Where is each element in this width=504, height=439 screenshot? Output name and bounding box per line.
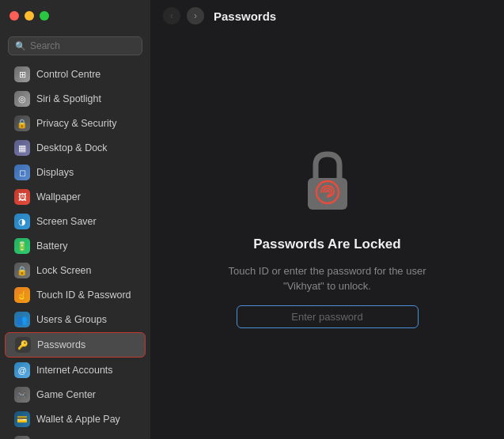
sidebar-item-privacy-security[interactable]: 🔒Privacy & Security <box>5 112 146 135</box>
main-body: Passwords Are Locked Touch ID or enter t… <box>150 32 504 439</box>
sidebar-item-control-centre[interactable]: ⊞Control Centre <box>5 62 146 86</box>
password-input[interactable] <box>237 305 419 328</box>
sidebar-item-siri-spotlight[interactable]: ◎Siri & Spotlight <box>5 87 146 111</box>
sidebar-label-wallet-apple-pay: Wallet & Apple Pay <box>36 414 120 425</box>
sidebar-item-wallet-apple-pay[interactable]: 💳Wallet & Apple Pay <box>5 407 146 431</box>
sidebar-label-wallpaper: Wallpaper <box>36 191 81 202</box>
displays-icon: ◻ <box>14 165 30 180</box>
keyboard-icon: ⌨ <box>14 436 30 439</box>
sidebar-item-users-groups[interactable]: 👥Users & Groups <box>5 308 146 331</box>
sidebar-label-desktop-dock: Desktop & Dock <box>36 142 108 153</box>
password-field-container <box>237 305 419 328</box>
sidebar-item-displays[interactable]: ◻Displays <box>5 161 146 184</box>
page-title: Passwords <box>214 9 276 23</box>
sidebar-item-game-center[interactable]: 🎮Game Center <box>5 383 146 407</box>
sidebar-item-internet-accounts[interactable]: @Internet Accounts <box>5 358 146 382</box>
sidebar-label-internet-accounts: Internet Accounts <box>36 365 113 376</box>
internet-accounts-icon: @ <box>14 362 30 378</box>
sidebar-item-touch-id-password[interactable]: ☝Touch ID & Password <box>5 283 146 307</box>
control-centre-icon: ⊞ <box>14 66 30 82</box>
sidebar-label-screen-saver: Screen Saver <box>36 216 97 227</box>
sidebar-item-lock-screen[interactable]: 🔒Lock Screen <box>5 259 146 282</box>
forward-button[interactable]: › <box>187 7 204 25</box>
touch-id-password-icon: ☝ <box>14 287 30 303</box>
sidebar-item-wallpaper[interactable]: 🖼Wallpaper <box>5 185 146 209</box>
desktop-dock-icon: ▦ <box>14 140 30 156</box>
sidebar-label-lock-screen: Lock Screen <box>36 265 91 276</box>
privacy-security-icon: 🔒 <box>14 115 30 131</box>
sidebar-scroll: ⊞Control Centre◎Siri & Spotlight🔒Privacy… <box>0 62 150 439</box>
lock-screen-icon: 🔒 <box>14 263 30 278</box>
sidebar-label-siri-spotlight: Siri & Spotlight <box>36 93 101 104</box>
sidebar-label-touch-id-password: Touch ID & Password <box>36 290 131 301</box>
sidebar-label-privacy-security: Privacy & Security <box>36 118 116 129</box>
maximize-button[interactable] <box>40 11 49 21</box>
sidebar-label-displays: Displays <box>36 167 74 178</box>
close-button[interactable] <box>9 11 19 21</box>
search-icon: 🔍 <box>15 41 26 51</box>
search-container: 🔍 <box>0 32 150 62</box>
sidebar-item-passwords[interactable]: 🔑Passwords <box>5 332 146 358</box>
search-box: 🔍 <box>8 36 142 55</box>
wallpaper-icon: 🖼 <box>14 189 30 205</box>
sidebar-label-battery: Battery <box>36 240 68 252</box>
sidebar-label-control-centre: Control Centre <box>36 69 100 80</box>
wallet-apple-pay-icon: 💳 <box>14 411 30 427</box>
sidebar-item-screen-saver[interactable]: ◑Screen Saver <box>5 210 146 233</box>
sidebar-item-desktop-dock[interactable]: ▦Desktop & Dock <box>5 136 146 160</box>
back-button[interactable]: ‹ <box>163 7 180 25</box>
lock-illustration <box>292 143 363 222</box>
svg-rect-0 <box>308 178 347 210</box>
battery-icon: 🔋 <box>14 238 30 254</box>
locked-title: Passwords Are Locked <box>253 237 400 252</box>
sidebar-label-passwords: Passwords <box>37 339 85 350</box>
main-content: ‹ › Passwords Passwords Are Locked Touch… <box>150 0 504 439</box>
sidebar-item-keyboard[interactable]: ⌨Keyboard <box>5 432 146 439</box>
minimize-button[interactable] <box>25 11 34 21</box>
search-input[interactable] <box>30 40 135 51</box>
titlebar <box>0 0 150 32</box>
locked-subtitle: Touch ID or enter the password for the u… <box>228 263 426 294</box>
users-groups-icon: 👥 <box>14 312 30 327</box>
lock-icon <box>292 143 363 222</box>
passwords-icon: 🔑 <box>15 337 31 353</box>
sidebar-label-users-groups: Users & Groups <box>36 314 107 325</box>
sidebar-label-game-center: Game Center <box>36 389 96 400</box>
siri-spotlight-icon: ◎ <box>14 91 30 107</box>
sidebar-item-battery[interactable]: 🔋Battery <box>5 234 146 258</box>
sidebar: 🔍 ⊞Control Centre◎Siri & Spotlight🔒Priva… <box>0 0 150 439</box>
screen-saver-icon: ◑ <box>14 214 30 229</box>
main-header: ‹ › Passwords <box>150 0 504 32</box>
game-center-icon: 🎮 <box>14 387 30 403</box>
